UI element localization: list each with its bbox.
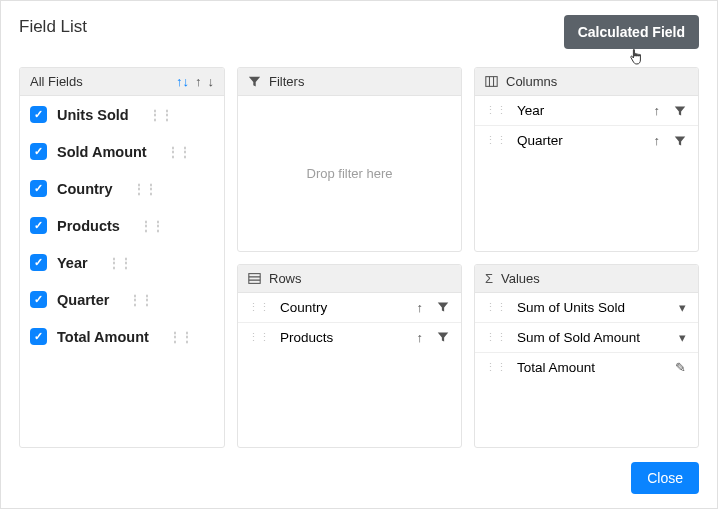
cursor-icon: [628, 47, 646, 67]
field-item[interactable]: ✓ Year ⋮⋮: [20, 244, 224, 281]
axis-item[interactable]: ⋮⋮ Country ↑: [238, 293, 461, 323]
dropdown-icon[interactable]: ▾: [677, 300, 688, 315]
sort-icon[interactable]: ↑: [652, 103, 663, 118]
field-item[interactable]: ✓ Quarter ⋮⋮: [20, 281, 224, 318]
checkbox-icon[interactable]: ✓: [30, 291, 47, 308]
all-fields-list: ✓ Units Sold ⋮⋮ ✓ Sold Amount ⋮⋮ ✓ Count…: [20, 96, 224, 447]
dialog-title: Field List: [19, 15, 87, 37]
axis-item[interactable]: ⋮⋮ Sum of Units Sold ▾: [475, 293, 698, 323]
sort-icon[interactable]: ↑: [415, 300, 426, 315]
drag-handle-icon[interactable]: ⋮⋮: [149, 109, 173, 121]
filters-drop-hint: Drop filter here: [238, 96, 461, 251]
drag-handle-icon[interactable]: ⋮⋮: [485, 331, 507, 344]
field-item[interactable]: ✓ Country ⋮⋮: [20, 170, 224, 207]
filter-icon[interactable]: [672, 135, 688, 147]
field-list-dialog: Field List Calculated Field All Fields ↑…: [0, 0, 718, 509]
axis-item[interactable]: ⋮⋮ Sum of Sold Amount ▾: [475, 323, 698, 353]
svg-rect-3: [249, 273, 260, 283]
checkbox-icon[interactable]: ✓: [30, 328, 47, 345]
values-list[interactable]: ⋮⋮ Sum of Units Sold ▾ ⋮⋮ Sum of Sold Am…: [475, 293, 698, 448]
columns-icon: [485, 75, 498, 88]
field-item[interactable]: ✓ Sold Amount ⋮⋮: [20, 133, 224, 170]
checkbox-icon[interactable]: ✓: [30, 143, 47, 160]
drag-handle-icon[interactable]: ⋮⋮: [167, 146, 191, 158]
svg-rect-0: [486, 77, 497, 87]
axis-item-label: Sum of Units Sold: [517, 300, 625, 315]
dialog-footer: Close: [19, 448, 699, 494]
drag-handle-icon[interactable]: ⋮⋮: [133, 183, 157, 195]
drag-handle-icon[interactable]: ⋮⋮: [140, 220, 164, 232]
sort-toggle-icon[interactable]: ↑↓: [176, 74, 189, 89]
sort-desc-icon[interactable]: ↓: [208, 74, 215, 89]
columns-header: Columns: [475, 68, 698, 96]
field-label: Total Amount: [57, 329, 149, 345]
values-panel: Σ Values ⋮⋮ Sum of Units Sold ▾ ⋮⋮ Sum o…: [474, 264, 699, 449]
columns-panel: Columns ⋮⋮ Year ↑ ⋮⋮ Quarter ↑: [474, 67, 699, 252]
edit-icon[interactable]: ✎: [673, 360, 688, 375]
field-label: Sold Amount: [57, 144, 147, 160]
filter-icon[interactable]: [672, 105, 688, 117]
field-item[interactable]: ✓ Units Sold ⋮⋮: [20, 96, 224, 133]
columns-header-label: Columns: [506, 74, 557, 89]
close-button[interactable]: Close: [631, 462, 699, 494]
field-label: Products: [57, 218, 120, 234]
all-fields-sort-controls: ↑↓ ↑ ↓: [176, 74, 214, 89]
drag-handle-icon[interactable]: ⋮⋮: [485, 361, 507, 374]
checkbox-icon[interactable]: ✓: [30, 106, 47, 123]
close-label: Close: [647, 470, 683, 486]
field-label: Country: [57, 181, 113, 197]
columns-list[interactable]: ⋮⋮ Year ↑ ⋮⋮ Quarter ↑: [475, 96, 698, 251]
checkbox-icon[interactable]: ✓: [30, 254, 47, 271]
drag-handle-icon[interactable]: ⋮⋮: [485, 104, 507, 117]
axis-item-label: Country: [280, 300, 327, 315]
filter-icon[interactable]: [435, 331, 451, 343]
rows-header: Rows: [238, 265, 461, 293]
field-item[interactable]: ✓ Products ⋮⋮: [20, 207, 224, 244]
drag-handle-icon[interactable]: ⋮⋮: [248, 301, 270, 314]
drag-handle-icon[interactable]: ⋮⋮: [108, 257, 132, 269]
dialog-header: Field List Calculated Field: [19, 15, 699, 49]
drag-handle-icon[interactable]: ⋮⋮: [248, 331, 270, 344]
filters-header: Filters: [238, 68, 461, 96]
dropdown-icon[interactable]: ▾: [677, 330, 688, 345]
field-label: Units Sold: [57, 107, 129, 123]
axis-item[interactable]: ⋮⋮ Total Amount ✎: [475, 353, 698, 382]
filter-icon[interactable]: [435, 301, 451, 313]
checkbox-icon[interactable]: ✓: [30, 180, 47, 197]
axis-item-label: Sum of Sold Amount: [517, 330, 640, 345]
axis-item-label: Quarter: [517, 133, 563, 148]
drag-handle-icon[interactable]: ⋮⋮: [169, 331, 193, 343]
checkbox-icon[interactable]: ✓: [30, 217, 47, 234]
field-label: Quarter: [57, 292, 109, 308]
values-header-label: Values: [501, 271, 540, 286]
drag-handle-icon[interactable]: ⋮⋮: [485, 301, 507, 314]
field-item[interactable]: ✓ Total Amount ⋮⋮: [20, 318, 224, 355]
sigma-icon: Σ: [485, 271, 493, 286]
sort-asc-icon[interactable]: ↑: [195, 74, 202, 89]
drag-handle-icon[interactable]: ⋮⋮: [129, 294, 153, 306]
calculated-field-label: Calculated Field: [578, 24, 685, 40]
sort-icon[interactable]: ↑: [652, 133, 663, 148]
filters-header-label: Filters: [269, 74, 304, 89]
axis-item[interactable]: ⋮⋮ Year ↑: [475, 96, 698, 126]
rows-icon: [248, 272, 261, 285]
axis-item-label: Year: [517, 103, 544, 118]
axis-item[interactable]: ⋮⋮ Quarter ↑: [475, 126, 698, 155]
filter-icon: [248, 75, 261, 88]
filters-dropzone[interactable]: Drop filter here: [238, 96, 461, 251]
all-fields-panel: All Fields ↑↓ ↑ ↓ ✓ Units Sold ⋮⋮: [19, 67, 225, 448]
rows-panel: Rows ⋮⋮ Country ↑ ⋮⋮ Products ↑: [237, 264, 462, 449]
drag-handle-icon[interactable]: ⋮⋮: [485, 134, 507, 147]
all-fields-header: All Fields ↑↓ ↑ ↓: [20, 68, 224, 96]
dialog-body: All Fields ↑↓ ↑ ↓ ✓ Units Sold ⋮⋮: [19, 67, 699, 448]
filters-panel: Filters Drop filter here: [237, 67, 462, 252]
field-label: Year: [57, 255, 88, 271]
calculated-field-button[interactable]: Calculated Field: [564, 15, 699, 49]
axis-item-label: Total Amount: [517, 360, 595, 375]
all-fields-header-label: All Fields: [30, 74, 83, 89]
rows-header-label: Rows: [269, 271, 302, 286]
rows-list[interactable]: ⋮⋮ Country ↑ ⋮⋮ Products ↑: [238, 293, 461, 448]
axis-item-label: Products: [280, 330, 333, 345]
axis-item[interactable]: ⋮⋮ Products ↑: [238, 323, 461, 352]
sort-icon[interactable]: ↑: [415, 330, 426, 345]
